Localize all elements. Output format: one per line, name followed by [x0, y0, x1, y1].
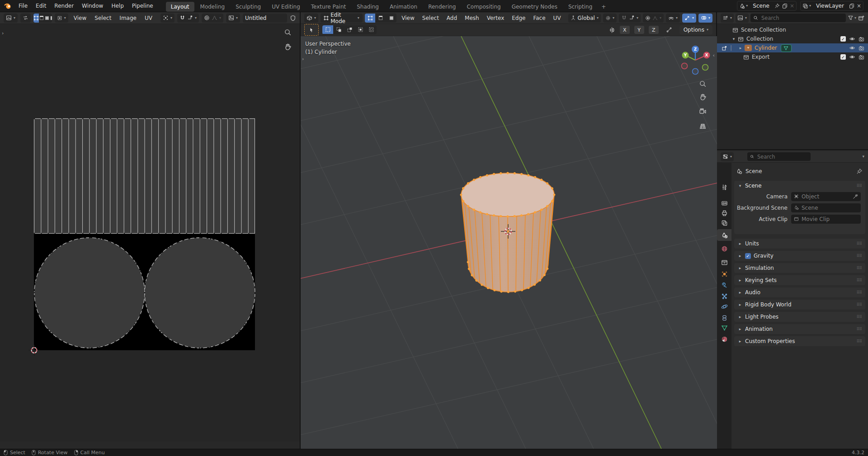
gizmos-toggle[interactable]: ▾: [682, 14, 696, 23]
uv-pivot-dropdown[interactable]: ▾: [160, 14, 175, 23]
falloff-icon[interactable]: [652, 15, 658, 21]
tab-scene-properties[interactable]: [717, 229, 731, 241]
tab-tool-properties[interactable]: [717, 182, 731, 193]
uv-canvas[interactable]: ›: [0, 24, 300, 442]
tab-compositing[interactable]: Compositing: [462, 2, 505, 12]
tab-texture-paint[interactable]: Texture Paint: [306, 2, 351, 12]
transform-orientation-dropdown[interactable]: Global ▾: [568, 14, 601, 23]
viewlayer-icon[interactable]: ▾: [802, 3, 811, 9]
tab-viewlayer-properties[interactable]: [717, 217, 731, 228]
uv-zoom-icon[interactable]: [284, 28, 292, 36]
active-clip-field[interactable]: Movie Clip: [791, 215, 861, 224]
collection-checkbox[interactable]: ✓: [840, 54, 846, 60]
panel-units[interactable]: ▸Units ⠿⠿: [734, 239, 865, 249]
tab-rendering[interactable]: Rendering: [423, 2, 461, 12]
drag-handle[interactable]: ⠿⠿: [857, 302, 862, 307]
uv-select-face-button[interactable]: [44, 14, 50, 23]
drag-handle[interactable]: ⠿⠿: [857, 254, 862, 258]
options-dropdown[interactable]: Options ▾: [679, 25, 712, 34]
select-box-extend-button[interactable]: [333, 25, 344, 34]
uv-snap-target-icon[interactable]: [187, 15, 193, 21]
properties-search-input[interactable]: [756, 153, 808, 160]
menu-help[interactable]: Help: [107, 0, 127, 12]
uv-snap-magnet-icon[interactable]: [179, 15, 185, 21]
select-box-intersect-button[interactable]: [366, 25, 377, 34]
outliner-search[interactable]: [750, 14, 846, 22]
uv-menu-select[interactable]: Select: [92, 15, 114, 21]
uv-menu-view[interactable]: View: [71, 15, 89, 21]
uv-toolbar-expand-arrow[interactable]: ›: [2, 30, 4, 36]
uv-menu-image[interactable]: Image: [117, 15, 139, 21]
background-scene-field[interactable]: Scene: [791, 203, 861, 212]
new-collection-icon[interactable]: [858, 15, 864, 21]
scene-panel-header[interactable]: ▾ Scene ⠿⠿: [734, 181, 865, 191]
pivot-point-dropdown[interactable]: ▾: [603, 14, 617, 23]
outliner-display-mode-dropdown[interactable]: ▾: [736, 14, 749, 23]
drag-handle[interactable]: ⠿⠿: [857, 241, 862, 246]
drag-handle[interactable]: ⠿⠿: [857, 266, 862, 270]
snap-target-icon[interactable]: [629, 15, 635, 21]
gizmo-minus-x[interactable]: [682, 63, 688, 69]
drag-handle[interactable]: ⠿⠿: [857, 278, 862, 282]
mesh-data-icon[interactable]: [781, 44, 792, 52]
vp-menu-face[interactable]: Face: [530, 15, 548, 21]
gizmo-minus-y[interactable]: [703, 65, 708, 71]
vp-menu-vertex[interactable]: Vertex: [484, 15, 507, 21]
new-viewlayer-icon[interactable]: [849, 3, 854, 9]
drag-handle[interactable]: ⠿⠿: [857, 315, 862, 319]
tab-modeling[interactable]: Modeling: [195, 2, 230, 12]
panel-simulation[interactable]: ▸Simulation ⠿⠿: [734, 263, 865, 273]
tab-object-properties[interactable]: [717, 268, 731, 279]
vp-camera-view-icon[interactable]: [699, 108, 707, 115]
vp-menu-edge[interactable]: Edge: [509, 15, 528, 21]
vp-pan-hand-icon[interactable]: [699, 93, 707, 101]
chevron-right-icon[interactable]: ▸: [738, 46, 743, 50]
menu-edit[interactable]: Edit: [32, 0, 50, 12]
tab-scripting[interactable]: Scripting: [563, 2, 597, 12]
outliner-filter-mode-dropdown[interactable]: ▾: [721, 14, 734, 23]
select-box-set-button[interactable]: [322, 25, 333, 34]
uv-proportional-edit-icon[interactable]: [204, 15, 210, 21]
viewlayer-name[interactable]: ViewLayer: [813, 3, 847, 9]
uv-editor-type-button[interactable]: ▾: [4, 14, 18, 23]
tab-modifier-properties[interactable]: [717, 279, 731, 290]
tab-uv-editing[interactable]: UV Editing: [267, 2, 305, 12]
vp-zoom-icon[interactable]: [699, 80, 707, 88]
viewport-editor-type-button[interactable]: ▾: [304, 14, 318, 23]
eyedropper-icon[interactable]: [853, 194, 858, 199]
gravity-checkbox[interactable]: ✓: [745, 253, 751, 259]
uv-select-edge-button[interactable]: [39, 14, 44, 23]
vp-sidebar-expand-arrow[interactable]: ‹: [713, 52, 715, 58]
tab-render-properties[interactable]: [717, 197, 731, 208]
snap-magnet-icon[interactable]: [621, 15, 627, 21]
uv-sticky-select-dropdown[interactable]: ▾: [55, 14, 68, 23]
uv-image-browse-button[interactable]: ▾: [226, 14, 240, 23]
uv-falloff-icon[interactable]: [212, 15, 217, 21]
visibility-dropdown[interactable]: ▾: [666, 14, 680, 23]
tab-object-data-properties[interactable]: [717, 322, 731, 333]
tab-output-properties[interactable]: [717, 207, 731, 218]
menu-window[interactable]: Window: [78, 0, 107, 12]
disable-render-camera-icon[interactable]: [859, 45, 864, 51]
tab-animation[interactable]: Animation: [385, 2, 422, 12]
hide-eye-icon[interactable]: [849, 54, 855, 60]
breadcrumb-scene[interactable]: Scene: [745, 168, 762, 174]
panel-custom-properties[interactable]: ▸Custom Properties ⠿⠿: [734, 336, 865, 346]
vp-menu-view[interactable]: View: [399, 15, 417, 21]
select-box-invert-button[interactable]: [355, 25, 366, 34]
active-tool-tweak-button[interactable]: [304, 24, 319, 36]
properties-editor-type-button[interactable]: ▾: [721, 152, 734, 161]
vp-perspective-toggle-icon[interactable]: [699, 122, 707, 130]
menu-file[interactable]: File: [14, 0, 32, 12]
vp-menu-uv[interactable]: UV: [551, 15, 564, 21]
camera-object-field[interactable]: Object: [791, 192, 861, 201]
pin-id-icon[interactable]: [856, 168, 863, 174]
outliner-row-scene-collection[interactable]: Scene Collection: [717, 25, 868, 34]
outliner-row-export[interactable]: Export ✓: [717, 52, 868, 61]
uv-select-island-button[interactable]: [50, 14, 52, 23]
tab-sculpting[interactable]: Sculpting: [231, 2, 266, 12]
overlays-toggle[interactable]: ▾: [698, 14, 712, 23]
drag-handle[interactable]: ⠿⠿: [857, 327, 862, 331]
select-mode-edge-button[interactable]: [375, 14, 386, 23]
gizmo-minus-z[interactable]: [693, 69, 698, 75]
